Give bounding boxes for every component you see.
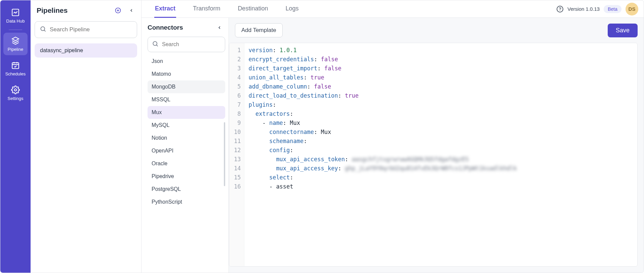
- svg-point-5: [153, 41, 157, 45]
- tab-destination[interactable]: Destination: [237, 0, 269, 18]
- add-template-button[interactable]: Add Template: [235, 23, 283, 37]
- connector-item[interactable]: PythonScript: [148, 196, 225, 208]
- connector-item[interactable]: OpenAPI: [148, 144, 225, 157]
- connectors-title: Connectors: [148, 24, 183, 31]
- nav-rail: Data Hub Pipeline Schedules Settings: [0, 0, 31, 273]
- connector-item[interactable]: PostgreSQL: [148, 183, 225, 196]
- svg-rect-1: [12, 63, 19, 68]
- nav-item-pipeline[interactable]: Pipeline: [3, 33, 28, 55]
- connector-item[interactable]: Oracle: [148, 157, 225, 170]
- layers-icon: [11, 36, 20, 45]
- version-text: Version 1.0.13: [567, 6, 600, 12]
- code-editor[interactable]: 12345678910111213141516 version: 1.0.1en…: [229, 43, 638, 267]
- svg-point-2: [14, 89, 17, 91]
- nav-label: Pipeline: [8, 47, 23, 52]
- nav-item-settings[interactable]: Settings: [3, 82, 28, 104]
- tab-logs[interactable]: Logs: [285, 0, 299, 18]
- connectors-search[interactable]: [148, 37, 225, 52]
- gear-icon: [11, 85, 20, 95]
- connectors-list[interactable]: JsonMatomoMongoDBMSSQLMuxMySQLNotionOpen…: [148, 55, 225, 208]
- line-gutter: 12345678910111213141516: [229, 43, 244, 266]
- calendar-icon: [11, 61, 20, 70]
- connector-item[interactable]: Notion: [148, 132, 225, 144]
- connector-item[interactable]: MySQL: [148, 119, 225, 132]
- pipeline-search-input[interactable]: [50, 26, 132, 33]
- nav-label: Schedules: [5, 71, 26, 76]
- collapse-connectors-button[interactable]: [216, 24, 223, 31]
- tabs: Extract Transform Destination Logs: [154, 0, 299, 18]
- divider: [9, 30, 22, 30]
- connectors-panel: Connectors JsonMatomoMongoDBMSSQLMuxMySQ…: [142, 18, 229, 273]
- code-content[interactable]: version: 1.0.1encrypt_credentials: false…: [244, 43, 521, 266]
- nav-label: Settings: [8, 96, 24, 101]
- nav-item-schedules[interactable]: Schedules: [3, 57, 28, 80]
- help-icon[interactable]: ?: [557, 6, 563, 12]
- tab-extract[interactable]: Extract: [154, 0, 176, 18]
- connector-item[interactable]: Json: [148, 55, 225, 68]
- avatar[interactable]: DS: [626, 3, 638, 15]
- collapse-pipelines-button[interactable]: [128, 7, 135, 14]
- connector-item[interactable]: Mux: [148, 106, 225, 119]
- search-icon: [152, 40, 159, 48]
- scrollbar[interactable]: [224, 122, 225, 186]
- pipelines-title: Pipelines: [37, 6, 68, 14]
- nav-item-datahub[interactable]: Data Hub: [3, 4, 28, 27]
- tab-transform[interactable]: Transform: [192, 0, 221, 18]
- connector-item[interactable]: Pipedrive: [148, 170, 225, 183]
- editor-panel: Add Template Save 1234567891011121314151…: [229, 18, 644, 273]
- chart-icon: [11, 8, 20, 17]
- connectors-search-input[interactable]: [162, 41, 229, 47]
- pipelines-panel: Pipelines datasync_pipeline: [31, 0, 142, 273]
- save-button[interactable]: Save: [608, 24, 638, 37]
- connector-item[interactable]: MSSQL: [148, 93, 225, 106]
- beta-badge: Beta: [604, 5, 621, 13]
- nav-label: Data Hub: [6, 19, 25, 24]
- topbar: Extract Transform Destination Logs ? Ver…: [142, 0, 644, 18]
- add-pipeline-button[interactable]: [114, 7, 122, 14]
- svg-point-4: [41, 27, 45, 31]
- pipeline-item[interactable]: datasync_pipeline: [35, 43, 137, 58]
- pipeline-list: datasync_pipeline: [35, 43, 137, 58]
- search-icon: [40, 26, 46, 34]
- connector-item[interactable]: Matomo: [148, 68, 225, 80]
- pipeline-search[interactable]: [35, 21, 137, 38]
- connector-item[interactable]: MongoDB: [148, 80, 225, 93]
